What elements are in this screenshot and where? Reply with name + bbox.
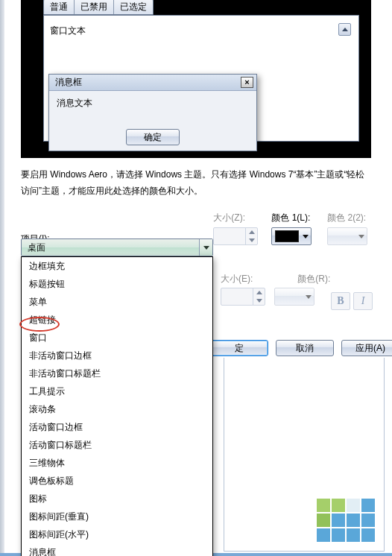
dropdown-option[interactable]: 活动窗口边框 bbox=[22, 418, 212, 436]
dropdown-option[interactable]: 窗口 bbox=[22, 329, 212, 347]
color1-swatch bbox=[275, 230, 299, 242]
dropdown-option[interactable]: 菜单 bbox=[22, 293, 212, 311]
color2-label: 颜色 2(2): bbox=[327, 212, 377, 224]
close-icon: × bbox=[241, 77, 253, 88]
dropdown-option[interactable]: 非活动窗口标题栏 bbox=[22, 364, 212, 382]
italic-button: I bbox=[353, 292, 373, 310]
size-e-spinner bbox=[221, 288, 265, 306]
apply-button[interactable]: 应用(A) bbox=[341, 340, 392, 356]
color-r-label: 颜色(R): bbox=[297, 273, 330, 285]
color2-picker bbox=[327, 227, 367, 245]
chevron-down-icon bbox=[303, 235, 309, 238]
dropdown-option[interactable]: 消息框 bbox=[22, 543, 212, 556]
preview-tab-selected: 已选定 bbox=[114, 0, 153, 14]
dropdown-option[interactable]: 活动窗口标题栏 bbox=[22, 436, 212, 454]
window-left-edge bbox=[0, 0, 4, 556]
size-z-spinner bbox=[213, 227, 258, 245]
preview-tab-disabled: 已禁用 bbox=[75, 0, 114, 14]
dropdown-option[interactable]: 边框填充 bbox=[22, 257, 212, 275]
ok-button[interactable]: 定 bbox=[210, 340, 268, 356]
decorative-tiles bbox=[317, 499, 375, 542]
preview-msgbox-body: 消息文本 bbox=[49, 91, 256, 116]
dropdown-option[interactable]: 三维物体 bbox=[22, 454, 212, 472]
dropdown-option[interactable]: 调色板标题 bbox=[22, 472, 212, 490]
preview-window: 窗口文本 消息框 × 消息文本 确定 bbox=[43, 15, 359, 142]
description-text: 要启用 Windows Aero，请选择 Windows 主题。只有选择 Win… bbox=[21, 167, 371, 199]
color-r-picker bbox=[274, 288, 314, 306]
preview-msgbox-title: 消息框 bbox=[55, 76, 82, 89]
item-combobox[interactable]: 桌面 bbox=[21, 238, 213, 256]
size-z-label: 大小(Z): bbox=[213, 212, 258, 224]
item-combobox-button[interactable] bbox=[199, 239, 212, 256]
dropdown-option[interactable]: 图标间距(水平) bbox=[22, 525, 212, 543]
dropdown-option[interactable]: 工具提示 bbox=[22, 382, 212, 400]
item-dropdown-list[interactable]: 边框填充标题按钮菜单超链接窗口非活动窗口边框非活动窗口标题栏工具提示滚动条活动窗… bbox=[21, 256, 213, 556]
dropdown-option[interactable]: 超链接 bbox=[22, 311, 212, 329]
size-e-label: 大小(E): bbox=[221, 273, 253, 285]
color1-label: 颜色 1(L): bbox=[271, 212, 321, 224]
preview-tabstrip: 普通 已禁用 已选定 bbox=[43, 0, 154, 15]
preview-window-text: 窗口文本 bbox=[50, 25, 86, 37]
dropdown-option[interactable]: 非活动窗口边框 bbox=[22, 347, 212, 364]
preview-area: 普通 已禁用 已选定 窗口文本 消息框 × 消息文本 确定 bbox=[21, 0, 371, 158]
lower-right-panel bbox=[224, 358, 385, 552]
preview-tab-normal: 普通 bbox=[44, 0, 75, 14]
dropdown-option[interactable]: 图标间距(垂直) bbox=[22, 508, 212, 525]
chevron-down-icon bbox=[358, 235, 364, 238]
preview-msgbox-ok-button: 确定 bbox=[126, 129, 180, 145]
dropdown-option[interactable]: 标题按钮 bbox=[22, 275, 212, 293]
preview-message-box: 消息框 × 消息文本 确定 bbox=[48, 74, 257, 151]
cancel-button[interactable]: 取消 bbox=[276, 340, 334, 356]
dropdown-option[interactable]: 滚动条 bbox=[22, 400, 212, 418]
color1-picker[interactable] bbox=[271, 227, 312, 245]
preview-msgbox-titlebar: 消息框 × bbox=[49, 75, 256, 91]
preview-scroll-up bbox=[338, 23, 351, 36]
dropdown-option[interactable]: 图标 bbox=[22, 490, 212, 508]
bold-button: B bbox=[331, 292, 350, 310]
chevron-down-icon bbox=[306, 295, 312, 299]
item-combobox-value: 桌面 bbox=[28, 241, 45, 254]
